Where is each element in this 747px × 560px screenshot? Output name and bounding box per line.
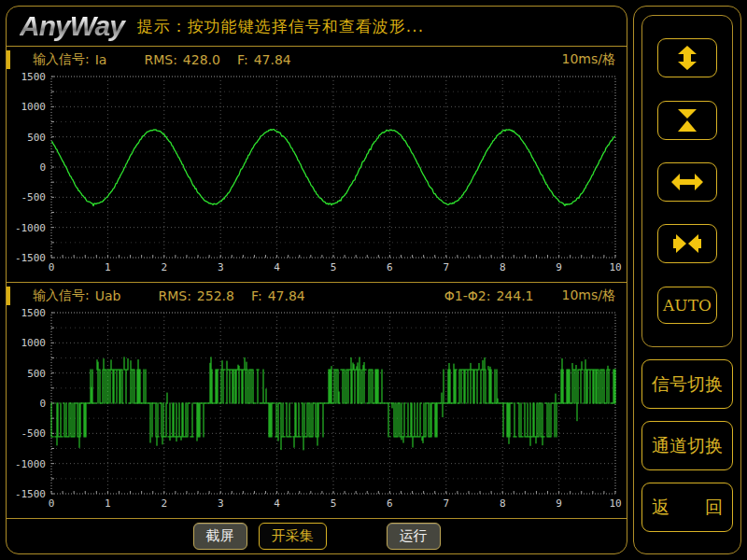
svg-text:-1500: -1500: [15, 488, 46, 500]
svg-text:-500: -500: [21, 427, 47, 440]
signal-switch-button[interactable]: 信号切换: [641, 359, 733, 409]
svg-text:4: 4: [274, 261, 280, 273]
expand-horizontal-icon: [670, 169, 704, 195]
svg-text:6: 6: [387, 497, 393, 510]
rms-value: 428.0: [183, 52, 220, 67]
hint-text: 提示：按功能键选择信号和查看波形...: [137, 16, 424, 37]
svg-text:1500: 1500: [21, 307, 47, 319]
svg-text:500: 500: [27, 132, 46, 144]
svg-text:2: 2: [161, 261, 167, 273]
compress-vertical-icon: [670, 107, 704, 133]
sidebar: AUTO 信号切换 通道切换 返 回: [633, 6, 741, 554]
svg-text:7: 7: [443, 497, 449, 510]
svg-text:8: 8: [500, 261, 506, 273]
svg-text:-500: -500: [21, 191, 47, 203]
expand-vertical-icon: [670, 45, 704, 71]
svg-text:5: 5: [331, 497, 337, 510]
svg-text:10: 10: [609, 261, 621, 273]
signal-name: Ia: [95, 52, 107, 67]
freq-value: 47.84: [268, 288, 305, 303]
bottom-button-bar: 截屏 开采集 运行: [7, 519, 627, 553]
svg-text:-1000: -1000: [15, 222, 46, 234]
input-signal-label: 输入信号:: [33, 287, 90, 304]
svg-text:0: 0: [49, 261, 55, 273]
svg-text:-1500: -1500: [15, 252, 46, 264]
svg-text:5: 5: [331, 261, 337, 273]
title-bar: AnyWay 提示：按功能键选择信号和查看波形...: [7, 7, 627, 47]
channel-switch-button[interactable]: 通道切换: [641, 421, 733, 470]
scope-display-ia: 012345678910150010005000-500-1000-1500: [8, 71, 625, 282]
timebase-value: 10ms/格: [562, 51, 615, 68]
svg-text:3: 3: [218, 497, 224, 510]
panel-header-ia: 输入信号: Ia RMS: 428.0 F: 47.84 10ms/格: [7, 47, 627, 71]
svg-text:1000: 1000: [21, 101, 47, 113]
svg-text:1500: 1500: [21, 71, 47, 83]
rms-label: RMS:: [158, 288, 190, 303]
svg-text:2: 2: [161, 497, 167, 510]
svg-text:1000: 1000: [21, 337, 47, 349]
return-button[interactable]: 返 回: [641, 483, 733, 532]
panel-header-uab: 输入信号: Uab RMS: 252.8 F: 47.84 Φ1-Φ2: 244…: [7, 283, 627, 307]
freq-label: F:: [237, 52, 248, 67]
svg-text:500: 500: [27, 368, 46, 380]
svg-text:6: 6: [387, 261, 393, 273]
svg-text:0: 0: [49, 497, 55, 510]
scope-display-uab: 012345678910150010005000-500-1000-1500: [8, 307, 625, 518]
anyway-logo: AnyWay: [20, 10, 130, 42]
waveform-panel-ia: 输入信号: Ia RMS: 428.0 F: 47.84 10ms/格 0123…: [7, 47, 627, 283]
zoom-button-group: AUTO: [641, 15, 733, 347]
panel-active-marker: [7, 287, 10, 305]
phase-diff-value: 244.1: [496, 288, 533, 303]
screenshot-button[interactable]: 截屏: [193, 523, 247, 550]
svg-text:4: 4: [274, 497, 280, 510]
svg-text:9: 9: [556, 497, 562, 510]
analyzer-screen: AnyWay 提示：按功能键选择信号和查看波形... 输入信号: Ia RMS:…: [0, 0, 747, 560]
svg-text:0: 0: [39, 161, 46, 174]
phase-diff-label: Φ1-Φ2:: [444, 288, 491, 303]
auto-scale-button[interactable]: AUTO: [657, 287, 717, 324]
horizontal-expand-button[interactable]: [657, 162, 717, 202]
rms-label: RMS:: [144, 52, 176, 67]
main-display-area: AnyWay 提示：按功能键选择信号和查看波形... 输入信号: Ia RMS:…: [6, 6, 627, 554]
freq-value: 47.84: [254, 52, 291, 67]
vertical-expand-button[interactable]: [657, 38, 717, 77]
run-button[interactable]: 运行: [387, 523, 441, 550]
panel-active-marker: [7, 50, 10, 69]
timebase-value: 10ms/格: [562, 287, 615, 304]
rms-value: 252.8: [197, 288, 234, 303]
horizontal-compress-button[interactable]: [657, 224, 717, 263]
input-signal-label: 输入信号:: [33, 51, 90, 68]
signal-name: Uab: [95, 288, 121, 303]
svg-text:8: 8: [500, 497, 506, 510]
vertical-compress-button[interactable]: [657, 101, 717, 140]
svg-text:1: 1: [105, 497, 111, 510]
svg-text:3: 3: [218, 261, 224, 273]
compress-horizontal-icon: [670, 231, 704, 257]
svg-text:10: 10: [609, 497, 621, 510]
svg-text:7: 7: [443, 261, 449, 273]
svg-text:0: 0: [39, 398, 46, 410]
freq-label: F:: [251, 288, 262, 303]
waveform-panel-uab: 输入信号: Uab RMS: 252.8 F: 47.84 Φ1-Φ2: 244…: [7, 283, 627, 519]
svg-text:-1000: -1000: [15, 458, 46, 470]
start-capture-button[interactable]: 开采集: [259, 523, 327, 550]
svg-text:9: 9: [556, 261, 562, 273]
svg-text:1: 1: [105, 261, 111, 273]
